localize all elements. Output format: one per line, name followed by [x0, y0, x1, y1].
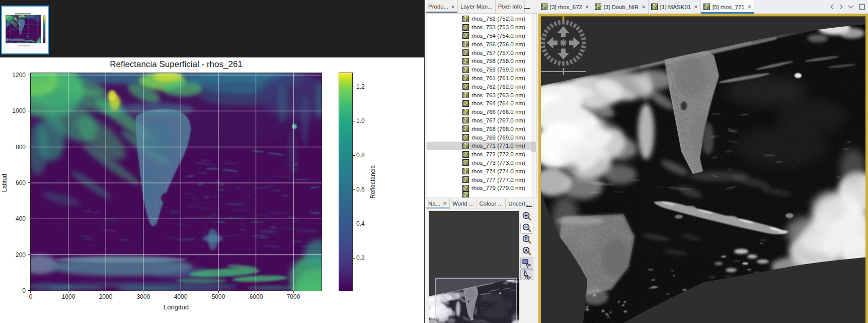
svg-text:P: P [524, 236, 527, 241]
svg-text:A: A [524, 248, 528, 253]
